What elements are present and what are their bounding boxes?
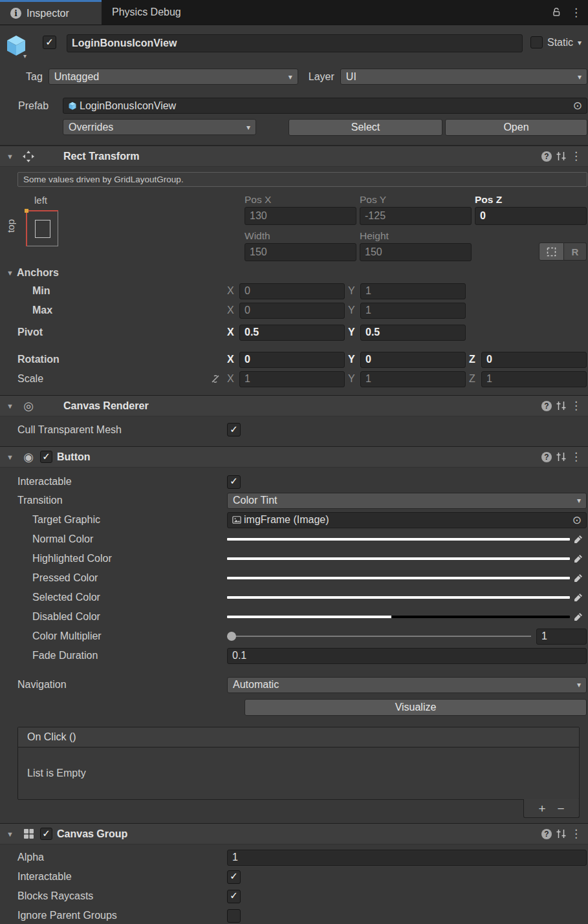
visualize-button[interactable]: Visualize: [245, 699, 587, 716]
eyedropper-icon[interactable]: [570, 612, 587, 621]
highlighted-color-swatch[interactable]: [227, 557, 570, 560]
transition-dropdown[interactable]: Color Tint ▾: [227, 493, 587, 509]
eyedropper-icon[interactable]: [570, 593, 587, 602]
canvas-renderer-foldout-icon[interactable]: ▼: [6, 402, 17, 410]
interactable-checkbox[interactable]: ✓: [227, 475, 241, 489]
scale-y-field[interactable]: 1: [360, 371, 466, 387]
pos-x-field[interactable]: 130: [245, 207, 356, 225]
rect-transform-foldout-icon[interactable]: ▼: [6, 153, 17, 160]
disabled-color-swatch[interactable]: [227, 616, 570, 618]
prefab-picker-icon[interactable]: ⊙: [573, 99, 582, 113]
prefab-select-button[interactable]: Select: [289, 119, 442, 136]
static-dropdown-icon[interactable]: ▾: [578, 38, 582, 47]
unlock-icon[interactable]: [551, 7, 561, 17]
color-multiplier-slider[interactable]: [227, 632, 531, 641]
min-y-field[interactable]: 1: [360, 283, 466, 299]
eyedropper-icon[interactable]: [570, 535, 587, 544]
normal-color-swatch[interactable]: [227, 538, 570, 541]
rotation-x-value: 0: [245, 354, 250, 365]
button-enabled-checkbox[interactable]: ✓: [40, 451, 52, 463]
gameobject-active-checkbox[interactable]: ✓: [43, 36, 56, 49]
width-field[interactable]: 150: [245, 243, 356, 261]
alpha-field[interactable]: 1: [227, 850, 587, 866]
tag-dropdown-arrow-icon: ▾: [289, 72, 292, 81]
height-field[interactable]: 150: [360, 243, 472, 261]
prefab-object-field[interactable]: LoginBonusIconView ⊙: [63, 98, 587, 114]
pos-z-field[interactable]: 0: [475, 207, 587, 225]
presets-icon[interactable]: [556, 452, 566, 462]
static-checkbox[interactable]: [530, 36, 543, 48]
gameobject-expand-icon[interactable]: ▾: [23, 52, 27, 59]
button-foldout-icon[interactable]: ▼: [6, 453, 17, 461]
inspector-menu-icon[interactable]: ⋮: [571, 7, 582, 18]
pivot-y-field[interactable]: 0.5: [360, 325, 466, 341]
rotation-x-field[interactable]: 0: [239, 352, 345, 368]
max-y-field[interactable]: 1: [360, 303, 466, 319]
pos-y-field[interactable]: -125: [360, 207, 472, 225]
presets-icon[interactable]: [556, 151, 566, 161]
color-multiplier-field[interactable]: 1: [536, 629, 587, 645]
scale-y-value: 1: [365, 373, 371, 385]
scale-x-field[interactable]: 1: [239, 371, 345, 387]
rect-transform-menu-icon[interactable]: ⋮: [571, 151, 582, 162]
presets-icon[interactable]: [556, 829, 566, 839]
ignore-parent-groups-label: Ignore Parent Groups: [0, 910, 227, 921]
layer-dropdown[interactable]: UI ▾: [340, 69, 587, 85]
help-icon[interactable]: ?: [541, 829, 552, 839]
anchors-foldout-icon[interactable]: ▼: [6, 269, 17, 277]
tab-physics-debug[interactable]: Physics Debug: [102, 0, 191, 25]
fade-duration-field[interactable]: 0.1: [227, 648, 587, 664]
selected-color-swatch[interactable]: [227, 596, 570, 599]
scale-label: Scale: [17, 373, 43, 385]
help-icon[interactable]: ?: [541, 401, 552, 411]
gameobject-cube-icon[interactable]: ▾: [5, 34, 31, 58]
add-list-item-button[interactable]: +: [538, 802, 545, 815]
on-click-header[interactable]: On Click (): [18, 727, 579, 747]
help-icon[interactable]: ?: [541, 452, 552, 462]
rotation-z-field[interactable]: 0: [481, 352, 587, 368]
raw-mode-button[interactable]: R: [564, 242, 587, 261]
scale-row: Scale X 1 Y 1 Z 1: [0, 369, 588, 389]
blocks-raycasts-checkbox[interactable]: ✓: [227, 890, 241, 903]
eyedropper-icon[interactable]: [570, 554, 587, 563]
tag-dropdown[interactable]: Untagged ▾: [49, 69, 298, 85]
target-graphic-picker-icon[interactable]: ⊙: [572, 513, 582, 527]
pressed-color-swatch[interactable]: [227, 577, 570, 579]
canvas-group-foldout-icon[interactable]: ▼: [6, 830, 17, 838]
pressed-color-row: Pressed Color: [0, 568, 588, 588]
canvas-group-enabled-checkbox[interactable]: ✓: [40, 828, 52, 840]
pressed-color-label: Pressed Color: [0, 572, 227, 584]
min-x-field[interactable]: 0: [239, 283, 345, 299]
help-icon[interactable]: ?: [541, 151, 552, 162]
blueprint-mode-button[interactable]: [539, 242, 564, 261]
rotation-y-field[interactable]: 0: [360, 352, 466, 368]
target-graphic-field[interactable]: imgFrame (Image) ⊙: [227, 512, 587, 528]
anchor-top-edge: [26, 210, 58, 211]
broken-link-icon[interactable]: [210, 374, 221, 384]
cg-interactable-checkbox[interactable]: ✓: [227, 870, 241, 884]
alpha-label: Alpha: [0, 852, 227, 863]
overrides-dropdown[interactable]: Overrides ▾: [63, 119, 256, 135]
prefab-open-button[interactable]: Open: [445, 119, 587, 136]
canvas-group-menu-icon[interactable]: ⋮: [571, 828, 582, 839]
anchor-vertical-label: top: [5, 219, 16, 233]
presets-icon[interactable]: [556, 401, 566, 411]
eyedropper-icon[interactable]: [570, 574, 587, 583]
list-buttons: + −: [523, 799, 580, 818]
navigation-dropdown[interactable]: Automatic ▾: [227, 677, 587, 693]
remove-list-item-button[interactable]: −: [558, 802, 565, 815]
anchor-preset-button[interactable]: [26, 210, 58, 246]
rotation-row: Rotation X 0 Y 0 Z 0: [0, 350, 588, 369]
canvas-renderer-menu-icon[interactable]: ⋮: [571, 400, 582, 411]
slider-handle[interactable]: [227, 632, 236, 641]
cull-transparent-mesh-checkbox[interactable]: ✓: [227, 423, 241, 436]
button-menu-icon[interactable]: ⋮: [571, 451, 582, 462]
ignore-parent-groups-checkbox[interactable]: [227, 909, 241, 923]
max-x-field[interactable]: 0: [239, 303, 345, 319]
gameobject-name-field[interactable]: LoginBonusIconView: [67, 34, 523, 52]
pivot-x-field[interactable]: 0.5: [239, 325, 345, 341]
tab-inspector[interactable]: i Inspector: [0, 0, 102, 25]
prefab-label: Prefab: [18, 100, 63, 112]
scale-z-field[interactable]: 1: [481, 371, 587, 387]
disabled-color-label: Disabled Color: [0, 611, 227, 623]
